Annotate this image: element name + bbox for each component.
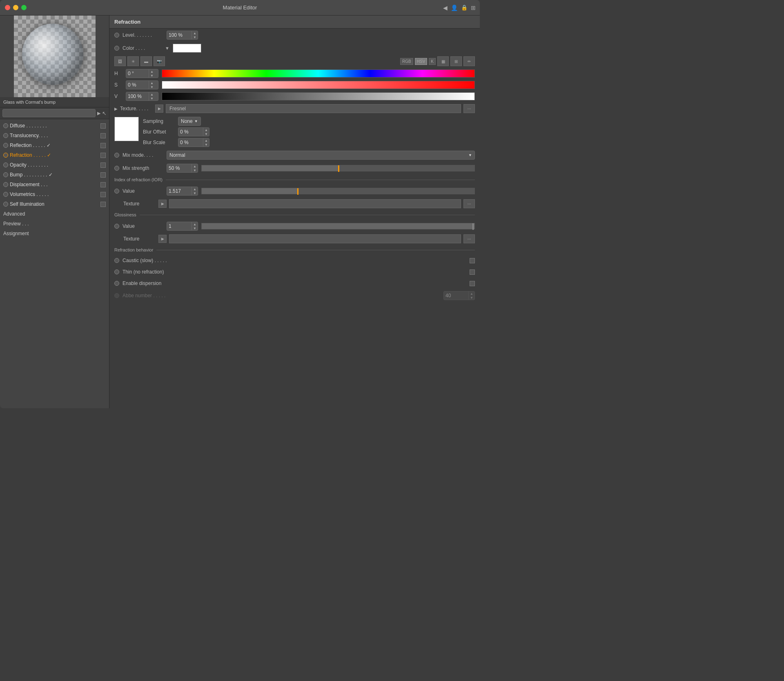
sidebar-item-translucency[interactable]: Translucency. . . .	[0, 131, 109, 140]
check-caustic[interactable]	[470, 258, 475, 263]
radio-refraction[interactable]	[3, 153, 8, 158]
radio-ior-value[interactable]	[114, 189, 119, 194]
glossiness-texture-dots[interactable]: ···	[463, 234, 475, 243]
v-input[interactable]	[126, 93, 149, 99]
radio-diffuse[interactable]	[3, 123, 8, 128]
sidebar-item-volumetrics[interactable]: Volumetrics . . . . .	[0, 189, 109, 199]
glossiness-down[interactable]: ▼	[192, 226, 198, 230]
glossiness-input[interactable]	[167, 223, 192, 229]
person-icon[interactable]: 👤	[451, 4, 458, 11]
radio-dispersion[interactable]	[114, 281, 119, 286]
s-gradient[interactable]	[162, 81, 475, 89]
s-input[interactable]	[126, 82, 149, 88]
close-button[interactable]	[5, 5, 10, 10]
radio-volumetrics[interactable]	[3, 192, 8, 197]
texture-expand-btn[interactable]: ▶	[155, 105, 163, 113]
blur-scale-spinner[interactable]: ▲ ▼	[178, 138, 209, 147]
hsv-tab-hsv[interactable]: HSV	[415, 58, 428, 65]
sidebar-item-bump[interactable]: Bump . . . . . . . . . ✓	[0, 170, 109, 180]
sidebar-item-self-illumination[interactable]: Self Illumination	[0, 199, 109, 209]
glossiness-texture-bar[interactable]	[169, 234, 461, 243]
ior-texture-bar[interactable]	[169, 199, 461, 208]
v-gradient[interactable]	[162, 92, 475, 100]
hsv-tab-rgb[interactable]: RGB	[400, 58, 413, 65]
tex-icon-multi[interactable]: ▦	[437, 56, 449, 66]
blur-offset-input[interactable]	[178, 129, 203, 135]
hsv-tab-k[interactable]: K	[429, 58, 436, 65]
s-down[interactable]: ▼	[149, 85, 155, 89]
radio-thin[interactable]	[114, 269, 119, 274]
ior-spinner[interactable]: ▲ ▼	[167, 187, 198, 196]
glossiness-texture-expand[interactable]: ▶	[158, 235, 167, 243]
ior-down[interactable]: ▼	[192, 191, 198, 195]
blur-offset-spinner[interactable]: ▲ ▼	[178, 127, 209, 136]
check-displacement[interactable]	[100, 182, 106, 187]
check-refraction[interactable]	[100, 153, 106, 158]
sidebar-item-reflection[interactable]: Reflection . . . . . ✓	[0, 140, 109, 150]
radio-bump[interactable]	[3, 172, 8, 177]
mix-strength-up[interactable]: ▲	[192, 164, 198, 168]
sidebar-item-displacement[interactable]: Displacement . . .	[0, 180, 109, 189]
search-input[interactable]	[2, 109, 96, 117]
level-spinner[interactable]: ▲ ▼	[167, 31, 198, 40]
back-icon[interactable]: ◀	[443, 4, 448, 11]
mix-strength-spinner[interactable]: ▲ ▼	[167, 164, 198, 173]
abbe-down[interactable]: ▼	[469, 296, 474, 300]
maximize-button[interactable]	[21, 5, 27, 10]
ior-texture-dots[interactable]: ···	[463, 199, 475, 208]
mix-strength-down[interactable]: ▼	[192, 168, 198, 172]
tex-icon-image[interactable]: 🖼	[114, 56, 126, 66]
level-down-arrow[interactable]: ▼	[192, 35, 198, 39]
h-up[interactable]: ▲	[149, 69, 155, 73]
minimize-button[interactable]	[13, 5, 18, 10]
arrow-icon[interactable]: ▶	[97, 111, 100, 116]
color-swatch[interactable]	[173, 44, 201, 53]
v-up[interactable]: ▲	[149, 92, 155, 96]
radio-mix-mode[interactable]	[114, 153, 119, 158]
check-opacity[interactable]	[100, 162, 106, 168]
sidebar-item-assignment[interactable]: Assignment	[0, 229, 109, 238]
radio-self-illumination[interactable]	[3, 202, 8, 207]
radio-level[interactable]	[114, 33, 119, 38]
ior-texture-expand[interactable]: ▶	[158, 200, 167, 208]
check-reflection[interactable]	[100, 143, 106, 148]
tex-icon-flat[interactable]: ▬	[140, 56, 152, 66]
ior-up[interactable]: ▲	[192, 187, 198, 191]
texture-collapse-arrow[interactable]: ▶	[114, 107, 118, 111]
glossiness-spinner[interactable]: ▲ ▼	[167, 222, 198, 231]
glossiness-slider[interactable]	[201, 223, 475, 229]
blur-scale-input[interactable]	[178, 140, 203, 145]
glossiness-up[interactable]: ▲	[192, 222, 198, 226]
v-spinner[interactable]: ▲ ▼	[126, 92, 158, 101]
texture-dots-btn[interactable]: ···	[463, 104, 475, 113]
sidebar-item-advanced[interactable]: Advanced	[0, 209, 109, 219]
radio-caustic[interactable]	[114, 258, 119, 263]
tex-icon-pen[interactable]: ✏	[463, 56, 475, 66]
radio-color[interactable]	[114, 46, 119, 51]
ior-input[interactable]	[167, 188, 192, 194]
tex-icon-matrix[interactable]: ⊞	[450, 56, 462, 66]
check-translucency[interactable]	[100, 133, 106, 138]
s-spinner[interactable]: ▲ ▼	[126, 80, 158, 89]
h-down[interactable]: ▼	[149, 73, 155, 78]
sidebar-item-preview[interactable]: Preview . . .	[0, 219, 109, 229]
s-up[interactable]: ▲	[149, 81, 155, 85]
blur-scale-up[interactable]: ▲	[203, 138, 209, 142]
check-bump[interactable]	[100, 172, 106, 178]
grid-icon[interactable]: ⊞	[471, 4, 476, 11]
level-input[interactable]	[167, 32, 192, 38]
check-diffuse[interactable]	[100, 123, 106, 129]
sampling-dropdown[interactable]: None ▼	[178, 117, 201, 126]
tex-icon-photo[interactable]: 📷	[154, 56, 165, 66]
h-input[interactable]	[126, 71, 149, 76]
abbe-spinner[interactable]: ▲ ▼	[443, 291, 475, 300]
blur-scale-down[interactable]: ▼	[203, 142, 209, 147]
radio-displacement[interactable]	[3, 182, 8, 187]
color-dropdown-arrow[interactable]: ▼	[165, 46, 169, 51]
radio-translucency[interactable]	[3, 133, 8, 138]
radio-mix-strength[interactable]	[114, 166, 119, 171]
sidebar-item-diffuse[interactable]: Diffuse . . . . . . . .	[0, 121, 109, 131]
level-up-arrow[interactable]: ▲	[192, 31, 198, 35]
ior-slider[interactable]	[201, 188, 475, 194]
abbe-up[interactable]: ▲	[469, 292, 474, 296]
